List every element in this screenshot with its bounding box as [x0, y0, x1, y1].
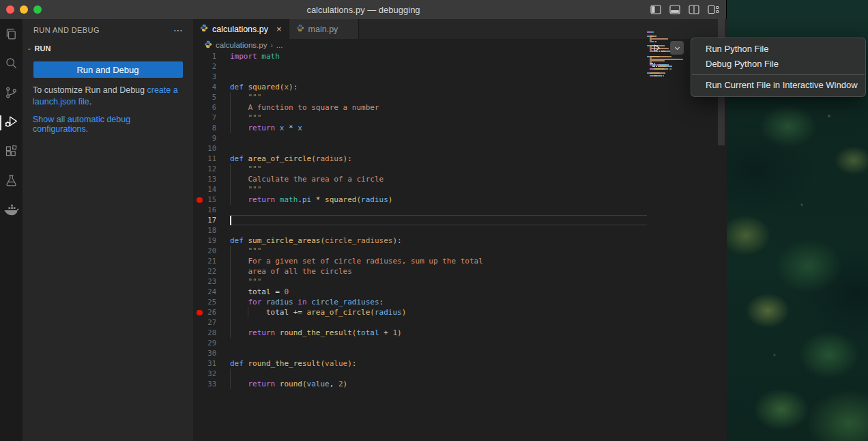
gutter[interactable]: 15	[193, 195, 230, 205]
code-line[interactable]: 6A function to square a number	[193, 102, 727, 113]
code-line[interactable]: 11def area_of_circle(radius):	[193, 154, 727, 164]
gutter[interactable]: 14	[193, 184, 230, 195]
gutter[interactable]: 27	[193, 317, 230, 328]
gutter[interactable]: 25	[193, 297, 230, 307]
gutter[interactable]: 18	[193, 225, 230, 236]
code-line[interactable]: 15return math.pi * squared(radius)	[193, 195, 727, 205]
layout-sidebar-left-icon[interactable]	[650, 5, 661, 14]
code-line[interactable]: 16	[193, 205, 727, 215]
activity-bar-item-explorer[interactable]	[3, 26, 20, 44]
activity-bar	[0, 19, 23, 441]
code-line[interactable]: 25for radius in circle_radiuses:	[193, 297, 727, 307]
line-number: 33	[207, 380, 216, 388]
run-section-header[interactable]: ⌄ RUN	[23, 41, 193, 56]
python-file-icon	[204, 40, 212, 50]
gutter[interactable]: 17	[193, 215, 230, 225]
gutter[interactable]: 16	[193, 205, 230, 215]
gutter[interactable]: 7	[193, 113, 230, 123]
split-editor-icon[interactable]	[689, 5, 699, 14]
gutter[interactable]: 11	[193, 154, 230, 164]
gutter[interactable]: 12	[193, 164, 230, 174]
run-python-file-button[interactable]	[650, 41, 663, 55]
activity-bar-item-source-control[interactable]	[3, 85, 20, 102]
run-dropdown-chevron-icon[interactable]	[670, 41, 684, 55]
code-line[interactable]: 10	[193, 143, 727, 154]
gutter[interactable]: 31	[193, 358, 230, 369]
customize-layout-icon[interactable]	[708, 5, 719, 14]
more-actions-icon[interactable]: ⋯	[173, 25, 184, 35]
run-and-debug-button[interactable]: Run and Debug	[33, 61, 183, 78]
code-line[interactable]: 23"""	[193, 276, 727, 287]
activity-bar-item-search[interactable]	[3, 55, 20, 73]
code-line[interactable]: 19def sum_circle_areas(circle_radiuses):	[193, 236, 727, 246]
code-line[interactable]: 33return round(value, 2)	[193, 379, 727, 389]
code-line[interactable]: 20"""	[193, 246, 727, 256]
code-line[interactable]: 13Calculate the area of a circle	[193, 174, 727, 184]
code-line[interactable]: 14"""	[193, 184, 727, 195]
gutter[interactable]: 23	[193, 276, 230, 287]
gutter[interactable]: 20	[193, 246, 230, 256]
code-line[interactable]: 27	[193, 317, 727, 328]
breakpoint-icon[interactable]	[197, 197, 203, 203]
gutter[interactable]: 13	[193, 174, 230, 184]
gutter[interactable]: 33	[193, 379, 230, 389]
gutter[interactable]: 9	[193, 133, 230, 143]
breadcrumb-file[interactable]: calculations.py	[216, 41, 267, 49]
code-line[interactable]: 9	[193, 133, 727, 143]
breakpoint-icon[interactable]	[197, 310, 203, 316]
code-line[interactable]: 31def round_the_result(value):	[193, 358, 727, 369]
layout-panel-icon[interactable]	[669, 5, 680, 14]
close-window-button[interactable]	[6, 5, 14, 14]
tab-calculations.py[interactable]: calculations.py×	[193, 19, 289, 39]
menu-item[interactable]: Run Current File in Interactive Window	[691, 78, 865, 93]
gutter[interactable]: 26	[193, 307, 230, 317]
code-editor[interactable]: 1import math234def squared(x):5"""6A fun…	[193, 51, 727, 441]
show-all-debug-configs-link[interactable]: Show all automatic debug configurations.	[23, 108, 193, 134]
gutter[interactable]: 22	[193, 266, 230, 276]
code-line[interactable]: 29	[193, 338, 727, 348]
activity-bar-item-extensions[interactable]	[3, 143, 20, 161]
gutter[interactable]: 10	[193, 143, 230, 154]
code-line[interactable]: 17	[193, 215, 727, 225]
code-line[interactable]: 30	[193, 348, 727, 358]
gutter[interactable]: 6	[193, 102, 230, 113]
activity-bar-item-testing[interactable]	[3, 173, 20, 190]
code-line[interactable]: 12"""	[193, 164, 727, 174]
gutter[interactable]: 3	[193, 72, 230, 82]
menu-item[interactable]: Debug Python File	[691, 57, 865, 72]
code-line[interactable]: 32	[193, 369, 727, 379]
minimize-window-button[interactable]	[20, 5, 28, 14]
tab-main.py[interactable]: main.py×	[289, 19, 359, 39]
gutter[interactable]: 21	[193, 256, 230, 266]
gutter[interactable]: 8	[193, 123, 230, 133]
gutter[interactable]: 24	[193, 287, 230, 297]
activity-bar-item-run-and-debug[interactable]	[3, 114, 20, 132]
gutter[interactable]: 1	[193, 51, 230, 61]
close-icon[interactable]: ×	[276, 24, 282, 34]
gutter[interactable]: 30	[193, 348, 230, 358]
gutter[interactable]: 4	[193, 82, 230, 92]
code-line[interactable]: 24total = 0	[193, 287, 727, 297]
code-line[interactable]: 26total += area_of_circle(radius)	[193, 307, 727, 317]
code-line[interactable]: 8return x * x	[193, 123, 727, 133]
activity-bar-item-docker[interactable]	[3, 202, 20, 220]
gutter[interactable]: 5	[193, 92, 230, 102]
code-line[interactable]: 18	[193, 225, 727, 236]
breadcrumb-more[interactable]: ...	[276, 41, 283, 49]
gutter[interactable]: 29	[193, 338, 230, 348]
code-text: total += area_of_circle(radius)	[230, 307, 406, 317]
gutter[interactable]: 2	[193, 61, 230, 72]
code-line[interactable]: 28return round_the_result(total + 1)	[193, 328, 727, 338]
gutter[interactable]: 28	[193, 328, 230, 338]
code-line[interactable]: 22area of all the circles	[193, 266, 727, 276]
code-line[interactable]: 7"""	[193, 113, 727, 123]
code-line[interactable]: 5"""	[193, 92, 727, 102]
line-number: 17	[207, 216, 216, 224]
menu-item[interactable]: Run Python File	[691, 42, 865, 57]
gutter[interactable]: 32	[193, 369, 230, 379]
code-line[interactable]: 4def squared(x):	[193, 82, 727, 92]
zoom-window-button[interactable]	[33, 5, 42, 14]
code-line[interactable]: 21For a given set of circle radiuses, su…	[193, 256, 727, 266]
line-number: 13	[207, 175, 216, 183]
gutter[interactable]: 19	[193, 236, 230, 246]
